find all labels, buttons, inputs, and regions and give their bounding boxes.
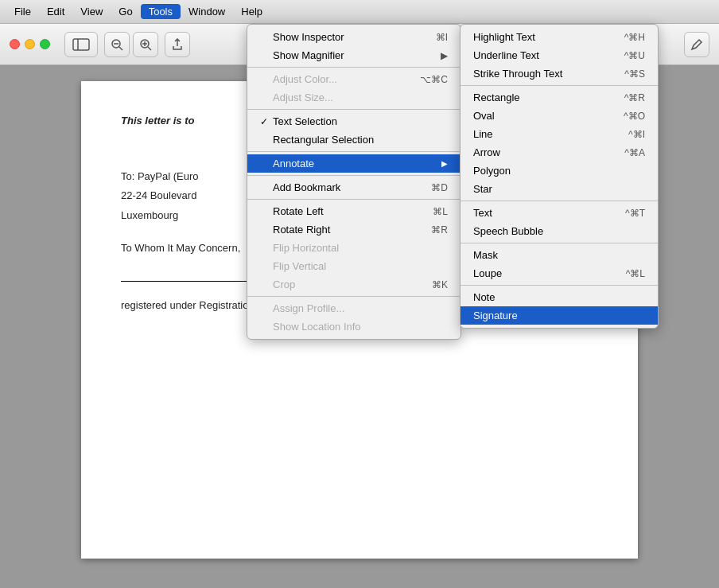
submenu-item-arrow[interactable]: Arrow ^⌘A [461, 143, 658, 162]
menu-item-add-bookmark-label: Add Bookmark [273, 181, 431, 193]
menu-item-rectangular-selection[interactable]: Rectangular Selection [247, 130, 461, 149]
doc-signature-line [121, 281, 264, 282]
submenu-line-label: Line [473, 128, 628, 140]
menu-item-show-magnifier-label: Show Magnifier [273, 49, 441, 61]
submenu-sep-3 [461, 243, 658, 243]
menu-item-flip-horizontal: Flip Horizontal [247, 239, 461, 257]
menu-go[interactable]: Go [111, 4, 140, 19]
zoom-out-button[interactable] [104, 32, 130, 57]
menu-sep-6 [247, 296, 461, 297]
close-button[interactable] [10, 39, 20, 49]
submenu-item-note[interactable]: Note [461, 288, 658, 306]
submenu-highlight-text-shortcut: ^⌘H [624, 32, 645, 43]
svg-rect-0 [73, 39, 89, 50]
submenu-text-shortcut: ^⌘T [625, 208, 645, 219]
menu-item-text-selection[interactable]: ✓ Text Selection [247, 112, 461, 130]
menu-item-show-magnifier[interactable]: Show Magnifier ▶ [247, 46, 461, 64]
submenu-item-line[interactable]: Line ^⌘I [461, 125, 658, 143]
menu-item-rectangular-selection-label: Rectangular Selection [273, 134, 448, 146]
menu-item-show-location-label: Show Location Info [273, 321, 448, 333]
menu-item-show-inspector-label: Show Inspector [273, 31, 436, 43]
menu-sep-4 [247, 175, 461, 176]
sidebar-toggle-button[interactable] [64, 32, 98, 57]
submenu-strike-through-shortcut: ^⌘S [624, 68, 645, 80]
submenu-arrow: ▶ [441, 50, 448, 61]
menu-item-crop-label: Crop [273, 278, 432, 290]
menu-item-flip-horizontal-label: Flip Horizontal [273, 242, 448, 254]
menu-item-show-location: Show Location Info [247, 317, 461, 336]
submenu-item-text[interactable]: Text ^⌘T [461, 204, 658, 222]
menu-item-add-bookmark[interactable]: Add Bookmark ⌘D [247, 178, 461, 197]
submenu-sep-1 [461, 85, 658, 86]
menu-item-text-selection-label: Text Selection [273, 115, 448, 127]
text-selection-check: ✓ [260, 116, 271, 127]
menu-item-rotate-left[interactable]: Rotate Left ⌘L [247, 202, 461, 220]
menu-file[interactable]: File [6, 4, 39, 19]
menu-edit[interactable]: Edit [39, 4, 72, 19]
menu-item-flip-vertical: Flip Vertical [247, 257, 461, 275]
submenu-mask-label: Mask [473, 249, 645, 261]
toolbar-group-zoom [104, 32, 158, 57]
menu-item-crop: Crop ⌘K [247, 275, 461, 294]
menu-bar: File Edit View Go Tools Window Help [0, 0, 719, 24]
submenu-polygon-label: Polygon [473, 165, 645, 177]
share-button[interactable] [165, 32, 190, 57]
menu-item-show-inspector-shortcut: ⌘I [436, 32, 448, 43]
submenu-item-highlight-text[interactable]: Highlight Text ^⌘H [461, 28, 658, 46]
menu-item-annotate[interactable]: Annotate ▶ [247, 154, 461, 173]
menu-item-assign-profile-label: Assign Profile... [273, 302, 448, 314]
toolbar-group-sidebar [64, 32, 98, 57]
submenu-loupe-shortcut: ^⌘L [626, 268, 645, 279]
menu-item-rotate-left-label: Rotate Left [273, 205, 433, 217]
menu-item-adjust-color-label: Adjust Color... [273, 73, 420, 85]
menu-sep-3 [247, 151, 461, 152]
menu-item-adjust-color-shortcut: ⌥⌘C [420, 74, 448, 85]
submenu-underline-text-label: Underline Text [473, 49, 624, 61]
submenu-speech-bubble-label: Speech Bubble [473, 225, 645, 237]
submenu-oval-shortcut: ^⌘O [624, 111, 645, 122]
submenu-item-oval[interactable]: Oval ^⌘O [461, 107, 658, 125]
submenu-item-mask[interactable]: Mask [461, 246, 658, 264]
menu-item-adjust-color: Adjust Color... ⌥⌘C [247, 70, 461, 88]
submenu-highlight-text-label: Highlight Text [473, 31, 624, 43]
menu-item-assign-profile: Assign Profile... [247, 299, 461, 317]
annotate-arrow: ▶ [441, 159, 448, 168]
menu-sep-5 [247, 199, 461, 200]
submenu-item-rectangle[interactable]: Rectangle ^⌘R [461, 88, 658, 107]
minimize-button[interactable] [25, 39, 35, 49]
menu-item-annotate-label: Annotate [273, 158, 441, 169]
submenu-loupe-label: Loupe [473, 267, 626, 279]
menu-item-adjust-size-label: Adjust Size... [273, 92, 448, 103]
submenu-item-star[interactable]: Star [461, 180, 658, 198]
submenu-star-label: Star [473, 183, 645, 195]
submenu-item-underline-text[interactable]: Underline Text ^⌘U [461, 46, 658, 64]
menu-tools[interactable]: Tools [141, 4, 181, 19]
submenu-item-speech-bubble[interactable]: Speech Bubble [461, 222, 658, 240]
menu-window[interactable]: Window [181, 4, 233, 19]
menu-item-rotate-right-shortcut: ⌘R [431, 224, 448, 236]
tools-dropdown-menu: Show Inspector ⌘I Show Magnifier ▶ Adjus… [247, 24, 461, 340]
submenu-line-shortcut: ^⌘I [628, 129, 645, 140]
annotate-pen-button[interactable] [684, 32, 709, 57]
menu-item-show-inspector[interactable]: Show Inspector ⌘I [247, 28, 461, 46]
submenu-sep-4 [461, 285, 658, 286]
submenu-arrow-shortcut: ^⌘A [624, 147, 645, 158]
menu-item-flip-vertical-label: Flip Vertical [273, 260, 448, 272]
submenu-item-signature[interactable]: Signature [461, 306, 658, 325]
doc-line1-left: This letter is to [121, 113, 194, 130]
maximize-button[interactable] [40, 39, 50, 49]
menu-view[interactable]: View [72, 4, 111, 19]
submenu-underline-text-shortcut: ^⌘U [624, 50, 645, 61]
menu-help[interactable]: Help [233, 4, 270, 19]
submenu-item-polygon[interactable]: Polygon [461, 162, 658, 180]
zoom-in-button[interactable] [133, 32, 158, 57]
svg-line-6 [148, 47, 151, 50]
submenu-note-label: Note [473, 291, 645, 303]
submenu-item-strike-through[interactable]: Strike Through Text ^⌘S [461, 64, 658, 83]
submenu-sep-2 [461, 201, 658, 201]
menu-item-rotate-right-label: Rotate Right [273, 224, 431, 236]
submenu-oval-label: Oval [473, 110, 624, 122]
menu-item-rotate-right[interactable]: Rotate Right ⌘R [247, 220, 461, 239]
submenu-item-loupe[interactable]: Loupe ^⌘L [461, 264, 658, 282]
submenu-signature-label: Signature [473, 310, 645, 321]
